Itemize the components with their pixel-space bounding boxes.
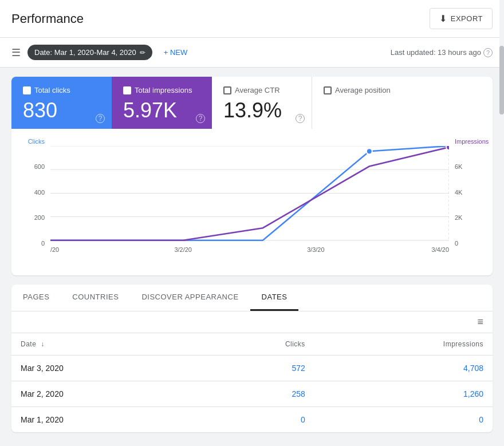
sort-arrow-icon: ↓ [41,340,45,348]
scrollbar-track [499,0,504,446]
position-label: Average position [335,86,391,94]
ctr-help-icon[interactable]: ? [296,114,305,123]
app-container: Performance ⬇ EXPORT ☰ Date: Mar 1, 2020… [0,0,504,446]
y-left-0: 0 [23,240,45,247]
col-impressions: Impressions [314,333,493,356]
svg-point-6 [367,148,372,154]
y-left-600: 600 [23,163,45,170]
y-left-400: 400 [23,189,45,196]
ctr-checkbox[interactable] [223,86,231,94]
ctr-label-row: Average CTR [223,86,300,94]
chart-label-clicks: Clicks [23,138,45,145]
toolbar-right: Last updated: 13 hours ago ? [391,48,493,57]
y-right-0: 0 [455,240,481,247]
toolbar: ☰ Date: Mar 1, 2020-Mar 4, 2020 ✏ + NEW … [0,38,504,68]
page-title: Performance [11,11,84,26]
svg-text:3/1/20: 3/1/20 [50,246,59,253]
y-right-2k: 2K [455,214,481,221]
cell-date: Mar 3, 2020 [11,355,198,381]
col-clicks: Clicks [198,333,314,356]
data-table: Date ↓ Clicks Impressions Mar 3, 2020 57… [11,333,493,432]
chart-area: Clicks 600 400 200 0 Impressions 6K 4K 2… [11,129,493,275]
impressions-label-row: Total impressions [123,86,200,94]
table-row: Mar 2, 2020 258 1,260 [11,381,493,406]
cell-impressions[interactable]: 4,708 [314,355,493,381]
clicks-label: Total clicks [34,86,70,94]
ctr-metric[interactable]: Average CTR 13.9% ? [212,77,312,129]
scrollbar-thumb[interactable] [499,46,504,115]
metrics-card: Total clicks 830 ? Total impressions 5.9… [11,77,493,275]
cell-clicks[interactable]: 0 [198,406,314,432]
clicks-value: 830 [23,99,100,122]
ctr-value: 13.9% [223,99,300,122]
y-right-4k: 4K [455,189,481,196]
tab-countries[interactable]: COUNTRIES [61,285,130,311]
cell-clicks[interactable]: 572 [198,355,314,381]
cell-date: Mar 2, 2020 [11,381,198,406]
table-card: PAGES COUNTRIES DISCOVER APPEARANCE DATE… [11,285,493,432]
clicks-metric[interactable]: Total clicks 830 ? [11,77,112,129]
table-toolbar: ≡ [11,311,493,333]
col-date[interactable]: Date ↓ [11,333,198,356]
date-range-label: Date: Mar 1, 2020-Mar 4, 2020 [34,48,136,57]
cell-impressions[interactable]: 0 [314,406,493,432]
export-button[interactable]: ⬇ EXPORT [430,8,493,29]
chart-svg-wrapper: 3/1/20 3/2/20 3/3/20 3/4/20 [50,146,449,264]
impressions-checkbox[interactable] [123,86,131,94]
svg-text:3/4/20: 3/4/20 [432,246,449,253]
position-label-row: Average position [324,86,481,94]
metrics-row: Total clicks 830 ? Total impressions 5.9… [11,77,493,129]
y-left-200: 200 [23,214,45,221]
help-icon[interactable]: ? [483,48,493,57]
last-updated-text: Last updated: 13 hours ago [391,48,481,57]
clicks-checkbox[interactable] [23,86,31,94]
svg-text:3/2/20: 3/2/20 [174,246,191,253]
chart-wrapper: Clicks 600 400 200 0 Impressions 6K 4K 2… [23,138,481,264]
edit-icon: ✏ [140,49,145,57]
clicks-help-icon[interactable]: ? [96,114,105,123]
new-filter-button[interactable]: + NEW [159,45,192,60]
chart-label-impressions: Impressions [455,138,481,145]
table-body: Mar 3, 2020 572 4,708 Mar 2, 2020 258 1,… [11,355,493,432]
table-row: Mar 3, 2020 572 4,708 [11,355,493,381]
main-content: Total clicks 830 ? Total impressions 5.9… [0,68,504,441]
cell-impressions[interactable]: 1,260 [314,381,493,406]
clicks-label-row: Total clicks [23,86,100,94]
filter-icon[interactable]: ☰ [11,46,21,59]
tab-discover[interactable]: DISCOVER APPEARANCE [130,285,250,311]
impressions-value: 5.97K [123,99,200,122]
toolbar-left: ☰ Date: Mar 1, 2020-Mar 4, 2020 ✏ + NEW [11,45,192,60]
cell-clicks[interactable]: 258 [198,381,314,406]
svg-point-7 [446,146,449,150]
impressions-label: Total impressions [135,86,192,94]
svg-text:3/3/20: 3/3/20 [307,246,324,253]
position-checkbox[interactable] [324,86,332,94]
impressions-help-icon[interactable]: ? [196,114,205,123]
chart-svg: 3/1/20 3/2/20 3/3/20 3/4/20 [50,146,449,264]
table-row: Mar 1, 2020 0 0 [11,406,493,432]
tab-dates[interactable]: DATES [250,285,299,311]
impressions-metric[interactable]: Total impressions 5.97K ? [112,77,212,129]
download-icon: ⬇ [439,13,447,24]
ctr-label: Average CTR [235,86,280,94]
date-range-chip[interactable]: Date: Mar 1, 2020-Mar 4, 2020 ✏ [27,45,152,60]
y-right-6k: 6K [455,163,481,170]
position-metric[interactable]: Average position [312,77,493,129]
tabs-row: PAGES COUNTRIES DISCOVER APPEARANCE DATE… [11,285,493,311]
table-header-row: Date ↓ Clicks Impressions [11,333,493,356]
sort-filter-icon[interactable]: ≡ [477,316,483,328]
page-header: Performance ⬇ EXPORT [0,0,504,38]
cell-date: Mar 1, 2020 [11,406,198,432]
tab-pages[interactable]: PAGES [11,285,61,311]
